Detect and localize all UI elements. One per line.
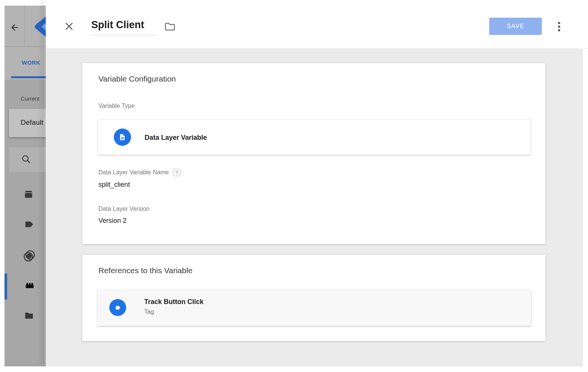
gtm-variable-editor-screen: WORK Current Default (0, 0, 588, 372)
sidebar: Current Default (5, 80, 46, 366)
sidebar-item-triggers[interactable] (5, 244, 46, 265)
workspace-selector-value: Default (21, 118, 43, 127)
back-button[interactable] (10, 23, 20, 32)
tab-active-underline (11, 76, 46, 78)
back-arrow-icon (10, 23, 20, 32)
editor-body: Variable Configuration Variable Type Dat… (46, 49, 583, 366)
data-layer-variable-name-label: Data Layer Variable Name (98, 169, 169, 176)
search-icon (21, 154, 32, 165)
variable-configuration-card: Variable Configuration Variable Type Dat… (82, 63, 546, 244)
data-layer-variable-icon (114, 129, 131, 146)
triggers-icon (23, 249, 36, 263)
sidebar-item-overview[interactable] (5, 184, 46, 205)
references-heading: References to this Variable (98, 266, 193, 275)
variable-name-input[interactable]: Split Client (91, 17, 157, 35)
kebab-menu-icon (552, 20, 566, 34)
sidebar-item-variables[interactable] (5, 274, 46, 295)
variable-type-value: Data Layer Variable (145, 120, 207, 155)
variable-configuration-heading: Variable Configuration (98, 74, 176, 83)
reference-name: Track Button Click (144, 298, 204, 306)
tab-workspace[interactable]: WORK (22, 59, 41, 66)
variable-type-row[interactable]: Data Layer Variable (98, 119, 531, 155)
reference-list-item[interactable]: Track Button Click Tag (98, 289, 531, 326)
gtm-logo-icon[interactable] (32, 15, 46, 38)
active-nav-indicator (5, 274, 7, 299)
sidebar-item-folders[interactable] (5, 305, 46, 326)
help-icon[interactable]: ? (173, 169, 181, 176)
reference-type: Tag (144, 308, 154, 315)
save-button[interactable]: SAVE (489, 18, 542, 35)
tag-icon (109, 299, 126, 316)
app-toolbar (5, 6, 46, 47)
variable-type-label: Variable Type (98, 103, 134, 109)
folder-button[interactable] (163, 20, 178, 34)
kebab-menu-button[interactable] (552, 20, 566, 34)
workspace-selector[interactable]: Default (9, 109, 46, 137)
folder-icon (163, 20, 177, 33)
editor-header: Split Client SAVE (46, 0, 588, 49)
tags-icon (23, 219, 35, 230)
close-icon (63, 20, 75, 32)
references-card: References to this Variable Track Button… (82, 255, 546, 341)
data-layer-version-field[interactable]: Version 2 (98, 217, 127, 225)
overview-icon (23, 189, 35, 200)
close-button[interactable] (63, 20, 76, 33)
dimmed-workspace-background: WORK Current Default (5, 6, 46, 366)
variable-editor-panel: Split Client SAVE Variable Configuration (46, 0, 588, 366)
sidebar-item-tags[interactable] (5, 214, 46, 235)
variables-icon (23, 279, 37, 291)
toolbar-divider (24, 6, 25, 47)
data-layer-version-label: Data Layer Version (98, 206, 149, 212)
data-layer-variable-name-row: Data Layer Variable Name ? (98, 169, 181, 176)
workspace-tab-bar: WORK (5, 47, 46, 80)
variable-title: Split Client (91, 17, 157, 32)
folders-icon (23, 310, 35, 321)
current-workspace-label: Current (21, 95, 39, 102)
data-layer-variable-name-field[interactable]: split_client (98, 181, 130, 189)
search-input[interactable] (9, 147, 46, 172)
